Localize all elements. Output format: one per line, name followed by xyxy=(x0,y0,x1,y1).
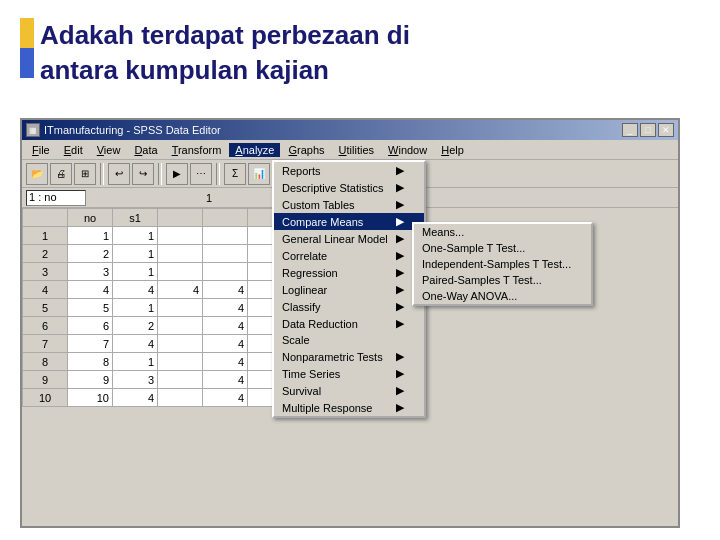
cell-extra[interactable] xyxy=(293,389,338,407)
cell-extra[interactable]: 5 xyxy=(293,299,338,317)
cell-s1[interactable]: 1 xyxy=(113,263,158,281)
cell-extra[interactable]: 1 xyxy=(338,335,383,353)
toolbar-recalc-btn[interactable]: ⟳ xyxy=(272,163,294,185)
maximize-button[interactable]: □ xyxy=(640,123,656,137)
cell-extra[interactable]: 1 xyxy=(338,281,383,299)
cell-extra[interactable]: 1 xyxy=(338,389,383,407)
cell-extra[interactable]: 4 xyxy=(203,317,248,335)
cell-extra[interactable] xyxy=(158,317,203,335)
cell-s1[interactable]: 4 xyxy=(113,335,158,353)
toolbar-stats-btn[interactable]: Σ xyxy=(224,163,246,185)
cell-extra[interactable]: 4 xyxy=(203,335,248,353)
cell-s1[interactable]: 1 xyxy=(113,227,158,245)
cell-extra[interactable] xyxy=(158,227,203,245)
menu-data[interactable]: Data xyxy=(128,143,163,157)
cell-extra[interactable]: 1 xyxy=(248,317,293,335)
cell-extra[interactable]: 4 xyxy=(203,281,248,299)
cell-extra[interactable] xyxy=(158,335,203,353)
col-header-c5[interactable] xyxy=(338,209,383,227)
cell-extra[interactable]: 1 xyxy=(338,371,383,389)
cell-s1[interactable]: 1 xyxy=(113,353,158,371)
menu-graphs[interactable]: Graphs xyxy=(282,143,330,157)
cell-extra[interactable]: 4 xyxy=(158,281,203,299)
cell-extra[interactable]: 4 xyxy=(203,353,248,371)
cell-extra[interactable]: 5 xyxy=(293,371,338,389)
cell-s1[interactable]: 1 xyxy=(113,245,158,263)
cell-extra[interactable]: 5 xyxy=(293,335,338,353)
cell-no[interactable]: 10 xyxy=(68,389,113,407)
cell-s1[interactable]: 2 xyxy=(113,317,158,335)
cell-extra[interactable] xyxy=(158,263,203,281)
cell-extra[interactable]: 1 xyxy=(338,245,383,263)
menu-help[interactable]: Help xyxy=(435,143,470,157)
cell-no[interactable]: 7 xyxy=(68,335,113,353)
cell-extra[interactable]: 1 xyxy=(338,353,383,371)
cell-extra[interactable]: 1 xyxy=(248,335,293,353)
cell-no[interactable]: 2 xyxy=(68,245,113,263)
toolbar-goto-btn[interactable]: ⋯ xyxy=(190,163,212,185)
toolbar-redo-btn[interactable]: ↪ xyxy=(132,163,154,185)
menu-file[interactable]: File xyxy=(26,143,56,157)
cell-extra[interactable]: 4 xyxy=(203,389,248,407)
cell-s1[interactable]: 1 xyxy=(113,299,158,317)
toolbar-print2-btn[interactable]: ⊞ xyxy=(74,163,96,185)
col-header-c1[interactable] xyxy=(158,209,203,227)
cell-extra[interactable] xyxy=(158,299,203,317)
cell-extra[interactable]: 1 xyxy=(248,263,293,281)
menu-utilities[interactable]: Utilities xyxy=(333,143,380,157)
cell-extra[interactable]: 1 xyxy=(248,299,293,317)
cell-extra[interactable]: 1 xyxy=(248,245,293,263)
cell-extra[interactable]: 1 xyxy=(248,353,293,371)
cell-extra[interactable]: 3 xyxy=(248,389,293,407)
cell-no[interactable]: 4 xyxy=(68,281,113,299)
toolbar-open-btn[interactable]: 📂 xyxy=(26,163,48,185)
cell-extra[interactable] xyxy=(293,263,338,281)
cell-ref-box[interactable]: 1 : no xyxy=(26,190,86,206)
cell-no[interactable]: 5 xyxy=(68,299,113,317)
cell-no[interactable]: 6 xyxy=(68,317,113,335)
cell-extra[interactable] xyxy=(293,245,338,263)
cell-extra[interactable]: 1 xyxy=(338,299,383,317)
cell-extra[interactable] xyxy=(158,371,203,389)
toolbar-extra-btn[interactable]: ⚙ xyxy=(296,163,318,185)
cell-extra[interactable] xyxy=(293,281,338,299)
cell-no[interactable]: 9 xyxy=(68,371,113,389)
cell-s1[interactable]: 3 xyxy=(113,371,158,389)
minimize-button[interactable]: _ xyxy=(622,123,638,137)
toolbar-undo-btn[interactable]: ↩ xyxy=(108,163,130,185)
cell-extra[interactable]: 1 xyxy=(248,227,293,245)
col-header-c4[interactable] xyxy=(293,209,338,227)
cell-extra[interactable] xyxy=(203,227,248,245)
toolbar-print-btn[interactable]: 🖨 xyxy=(50,163,72,185)
col-header-c3[interactable] xyxy=(248,209,293,227)
toolbar-var-btn[interactable]: ▶ xyxy=(166,163,188,185)
col-header-c2[interactable] xyxy=(203,209,248,227)
col-header-no[interactable]: no xyxy=(68,209,113,227)
cell-extra[interactable]: 3 xyxy=(293,317,338,335)
menu-transform[interactable]: Transform xyxy=(166,143,228,157)
menu-analyze[interactable]: Analyze xyxy=(229,143,280,157)
cell-extra[interactable] xyxy=(203,245,248,263)
cell-no[interactable]: 3 xyxy=(68,263,113,281)
cell-extra[interactable] xyxy=(158,353,203,371)
cell-extra[interactable] xyxy=(158,245,203,263)
cell-extra[interactable] xyxy=(293,227,338,245)
cell-no[interactable]: 8 xyxy=(68,353,113,371)
menu-edit[interactable]: Edit xyxy=(58,143,89,157)
cell-s1[interactable]: 4 xyxy=(113,389,158,407)
cell-extra[interactable]: 5 xyxy=(293,353,338,371)
col-header-s1[interactable]: s1 xyxy=(113,209,158,227)
close-button[interactable]: ✕ xyxy=(658,123,674,137)
cell-s1[interactable]: 4 xyxy=(113,281,158,299)
cell-extra[interactable]: 1 xyxy=(338,263,383,281)
cell-extra[interactable]: 1 xyxy=(338,227,383,245)
cell-extra[interactable] xyxy=(203,263,248,281)
cell-no[interactable]: 1 xyxy=(68,227,113,245)
cell-extra[interactable] xyxy=(158,389,203,407)
cell-extra[interactable]: 1 xyxy=(248,371,293,389)
menu-window[interactable]: Window xyxy=(382,143,433,157)
cell-extra[interactable]: 4 xyxy=(203,371,248,389)
toolbar-chart-btn[interactable]: 📊 xyxy=(248,163,270,185)
menu-view[interactable]: View xyxy=(91,143,127,157)
cell-extra[interactable]: 4 xyxy=(203,299,248,317)
